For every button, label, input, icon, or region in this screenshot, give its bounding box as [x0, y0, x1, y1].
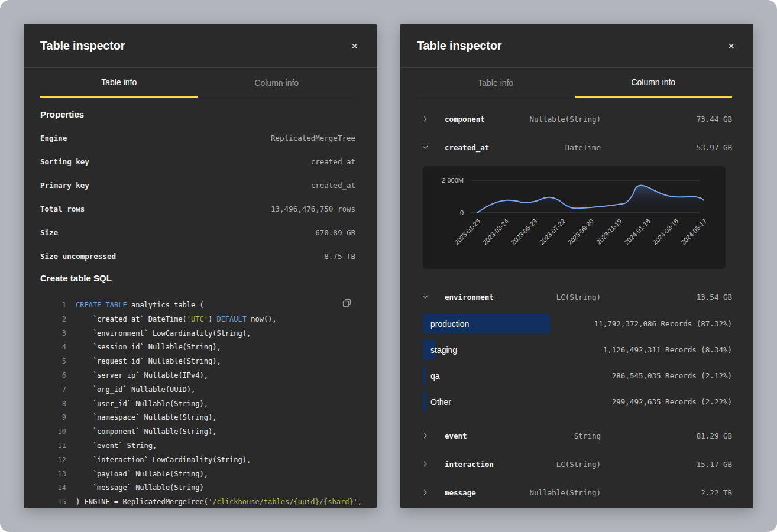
property-value: 8.75 TB — [324, 252, 355, 261]
value-label: Other — [430, 389, 451, 415]
svg-text:2023-05-23: 2023-05-23 — [510, 218, 538, 246]
chevron-down-icon[interactable] — [422, 293, 429, 300]
sql-line: 10 `component` Nullable(String), — [40, 425, 355, 439]
line-number: 10 — [40, 425, 66, 439]
value-record-count: 11,792,372,086 Records (87.32%) — [594, 311, 732, 337]
property-row-sorting-key: Sorting keycreated_at — [40, 150, 355, 173]
line-number: 1 — [40, 299, 66, 313]
line-number: 15 — [40, 495, 66, 508]
close-icon[interactable]: × — [349, 39, 360, 53]
column-type: LC(String) — [494, 460, 601, 469]
property-value: ReplicatedMergeTree — [271, 134, 355, 142]
value-frequency-bar — [423, 392, 426, 411]
column-name: interaction — [445, 460, 494, 469]
sql-line: 11 `event` String, — [40, 439, 355, 453]
sql-line: 3 `environment` LowCardinality(String), — [40, 327, 355, 341]
copy-sql-button[interactable] — [341, 297, 353, 311]
sql-line: 13 `payload` Nullable(String), — [40, 468, 355, 482]
column-name: message — [445, 488, 476, 497]
svg-text:2023-01-23: 2023-01-23 — [453, 218, 481, 246]
column-size: 73.44 GB — [601, 115, 732, 124]
column-row-interaction[interactable]: interactionLC(String)15.17 GB — [417, 450, 732, 478]
value-record-count: 299,492,635 Records (2.22%) — [612, 389, 732, 415]
sql-line: 9 `namespace` Nullable(String), — [40, 411, 355, 425]
svg-text:2024-03-18: 2024-03-18 — [651, 218, 679, 246]
line-code: CREATE TABLE analytics_table ( — [76, 299, 204, 313]
svg-text:0: 0 — [460, 209, 464, 216]
line-number: 11 — [40, 439, 66, 453]
column-size: 53.97 GB — [601, 143, 732, 152]
svg-text:2023-07-22: 2023-07-22 — [538, 218, 566, 246]
line-code: `org_id` Nullable(UUID), — [76, 383, 195, 397]
svg-text:2023-09-20: 2023-09-20 — [566, 218, 595, 246]
line-code: `environment` LowCardinality(String), — [76, 327, 251, 341]
tab-column-info[interactable]: Column info — [198, 68, 356, 98]
column-row-event[interactable]: eventString81.29 GB — [417, 421, 732, 450]
column-type: DateTime — [489, 143, 601, 152]
property-value: created_at — [311, 157, 355, 166]
property-value: created_at — [311, 181, 355, 190]
column-row-component[interactable]: componentNullable(String)73.44 GB — [417, 105, 732, 133]
sql-line: 8 `user_id` Nullable(String), — [40, 397, 355, 411]
line-number: 3 — [40, 327, 66, 341]
property-row-primary-key: Primary keycreated_at — [40, 173, 355, 197]
sql-line: 6 `server_ip` Nullable(IPv4), — [40, 369, 355, 383]
column-type: LC(String) — [494, 293, 601, 301]
line-number: 13 — [40, 468, 66, 482]
sql-line: 15) ENGINE = ReplicatedMergeTree('/click… — [40, 495, 355, 508]
line-number: 14 — [40, 481, 66, 495]
property-label: Size — [40, 228, 58, 237]
property-value: 13,496,476,750 rows — [271, 205, 355, 213]
chevron-right-icon[interactable] — [422, 432, 429, 439]
column-type: String — [467, 432, 601, 440]
property-row-size: Size670.89 GB — [40, 220, 355, 244]
property-label: Sorting key — [40, 157, 89, 166]
value-label: production — [430, 311, 469, 337]
value-frequency-bar — [423, 366, 426, 385]
chevron-right-icon[interactable] — [422, 489, 429, 496]
close-icon[interactable]: × — [726, 39, 737, 53]
line-code: `message` Nullable(String) — [76, 481, 204, 495]
dialog-title: Table inspector — [40, 39, 125, 53]
dialog-header: Table inspector × — [400, 24, 753, 68]
value-row-other: Other299,492,635 Records (2.22%) — [423, 389, 732, 415]
properties-list: EngineReplicatedMergeTreeSorting keycrea… — [40, 126, 355, 268]
sql-line: 2 `created_at` DateTime('UTC') DEFAULT n… — [40, 313, 355, 327]
column-row-message[interactable]: messageNullable(String)2.22 TB — [417, 478, 732, 507]
value-row-staging: staging1,126,492,311 Records (8.34%) — [423, 337, 732, 363]
line-number: 5 — [40, 355, 66, 369]
column-type: Nullable(String) — [476, 488, 601, 497]
chevron-right-icon[interactable] — [422, 460, 429, 468]
line-code: `server_ip` Nullable(IPv4), — [76, 369, 208, 383]
value-row-qa: qa286,545,035 Records (2.12%) — [423, 363, 732, 389]
tab-table-info[interactable]: Table info — [417, 68, 575, 98]
line-number: 8 — [40, 397, 66, 411]
svg-text:2 000M: 2 000M — [442, 177, 464, 184]
value-record-count: 286,545,035 Records (2.12%) — [612, 363, 732, 389]
sql-lines: 1CREATE TABLE analytics_table (2 `create… — [40, 299, 355, 508]
column-size: 81.29 GB — [601, 432, 732, 440]
column-row-created-at[interactable]: created_atDateTime53.97 GB — [417, 133, 732, 161]
value-record-count: 1,126,492,311 Records (8.34%) — [603, 337, 732, 363]
create-table-sql-heading: Create table SQL — [40, 273, 355, 284]
tab-column-info[interactable]: Column info — [575, 68, 733, 98]
tab-bar: Table infoColumn info — [40, 68, 355, 98]
sql-line: 7 `org_id` Nullable(UUID), — [40, 383, 355, 397]
created-at-distribution-chart: 2 000M02023-01-232023-03-242023-05-23202… — [423, 166, 726, 269]
column-name: event — [445, 432, 467, 440]
chevron-down-icon[interactable] — [422, 144, 429, 151]
table-info-content: Properties EngineReplicatedMergeTreeSort… — [24, 98, 377, 508]
line-number: 2 — [40, 313, 66, 327]
column-row-environment[interactable]: environmentLC(String)13.54 GB — [417, 283, 732, 311]
property-label: Engine — [40, 134, 67, 142]
copy-icon — [342, 301, 352, 310]
tab-table-info[interactable]: Table info — [40, 68, 198, 98]
column-name: component — [445, 115, 485, 124]
chevron-right-icon[interactable] — [422, 115, 429, 122]
dialog-header: Table inspector × — [24, 24, 377, 68]
line-number: 6 — [40, 369, 66, 383]
value-label: qa — [430, 363, 440, 389]
line-number: 12 — [40, 453, 66, 468]
line-code: `created_at` DateTime('UTC') DEFAULT now… — [76, 313, 277, 327]
backdrop: Table inspector × Table infoColumn info … — [0, 0, 777, 532]
